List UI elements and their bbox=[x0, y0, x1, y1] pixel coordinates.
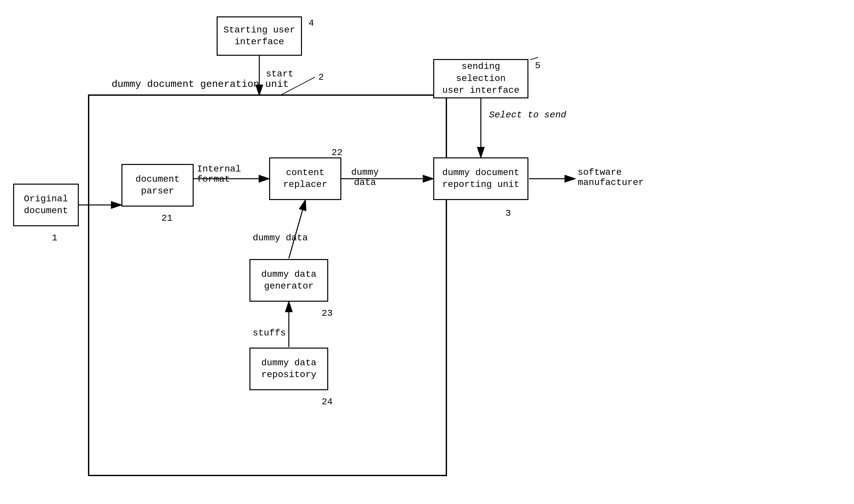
dummy-data-generator-box: dummy datagenerator bbox=[249, 259, 328, 302]
outer-unit-label: dummy document generation unit bbox=[111, 79, 289, 90]
start-label: start bbox=[266, 69, 293, 79]
number-4: 4 bbox=[309, 18, 314, 28]
dummy-data-repository-box: dummy datarepository bbox=[249, 347, 328, 390]
number-24: 24 bbox=[321, 397, 333, 407]
original-document-box: Original document bbox=[13, 184, 79, 226]
software-manufacturer-label: softwaremanufacturer bbox=[578, 167, 644, 187]
number-23: 23 bbox=[321, 308, 333, 319]
internal-format-label: Internalformat bbox=[197, 164, 241, 184]
number-5: 5 bbox=[535, 61, 541, 71]
dummy-data-label-mid: dummy data bbox=[253, 233, 308, 243]
dummy-document-reporting-box: dummy documentreporting unit bbox=[433, 157, 528, 200]
stuffs-label: stuffs bbox=[253, 328, 286, 338]
number-1: 1 bbox=[52, 233, 57, 243]
sending-selection-ui-box: sending selectionuser interface bbox=[433, 59, 528, 98]
number-2: 2 bbox=[318, 72, 324, 82]
starting-user-interface-box: Starting userinterface bbox=[216, 16, 302, 56]
svg-line-8 bbox=[281, 77, 315, 95]
number-3: 3 bbox=[505, 208, 511, 218]
number-21: 21 bbox=[161, 213, 173, 223]
select-to-send-label: Select to send bbox=[489, 110, 566, 120]
content-replacer-box: contentreplacer bbox=[269, 157, 341, 200]
number-22: 22 bbox=[331, 147, 343, 158]
svg-line-12 bbox=[530, 57, 538, 60]
dummy-data-out-label: dummydata bbox=[351, 167, 379, 187]
svg-line-9 bbox=[289, 201, 305, 258]
document-parser-box: documentparser bbox=[121, 164, 194, 206]
diagram: dummy document generation unit Original … bbox=[0, 0, 854, 504]
